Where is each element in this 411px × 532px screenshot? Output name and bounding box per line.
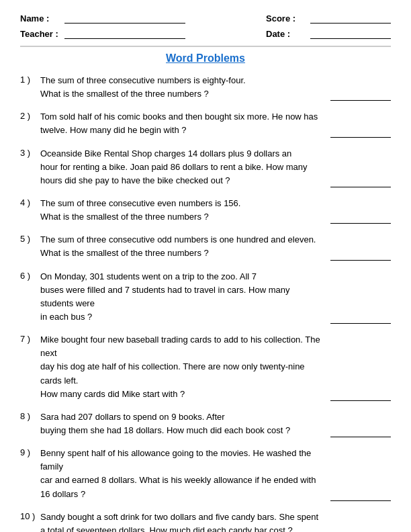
date-row: Date : — [266, 29, 391, 39]
question-text: The sum of three consecutive numbers is … — [40, 74, 324, 101]
teacher-input-line[interactable] — [64, 30, 185, 39]
date-label: Date : — [266, 29, 306, 39]
question-item: 6 )On Monday, 301 students went on a tri… — [20, 270, 391, 324]
question-number: 3 ) — [20, 147, 40, 158]
question-item: 4 )The sum of three consecutive even num… — [20, 197, 391, 224]
name-label: Name : — [20, 13, 60, 24]
score-row: Score : — [266, 13, 391, 24]
answer-line[interactable] — [330, 425, 391, 437]
question-text: Benny spent half of his allowance going … — [40, 447, 324, 501]
question-text: The sum of three consecutive even number… — [40, 197, 324, 224]
score-label: Score : — [266, 13, 306, 24]
header-right: Score : Date : — [266, 13, 391, 39]
question-number: 10 ) — [20, 511, 40, 521]
teacher-label: Teacher : — [20, 29, 60, 39]
worksheet-header: Name : Teacher : Score : Date : — [20, 13, 391, 39]
answer-line[interactable] — [330, 489, 391, 501]
question-item: 9 )Benny spent half of his allowance goi… — [20, 447, 391, 501]
question-text: On Monday, 301 students went on a trip t… — [40, 270, 324, 324]
answer-line[interactable] — [330, 389, 391, 401]
date-input-line[interactable] — [310, 30, 391, 39]
question-number: 6 ) — [20, 270, 40, 281]
question-item: 3 )Oceanside Bike Rental Shop charges 14… — [20, 147, 391, 187]
score-input-line[interactable] — [310, 14, 391, 24]
answer-line[interactable] — [330, 89, 391, 101]
answer-line[interactable] — [330, 525, 391, 532]
answer-line[interactable] — [330, 175, 391, 187]
question-text: Sara had 207 dollars to spend on 9 books… — [40, 410, 324, 437]
answer-line[interactable] — [330, 249, 391, 261]
question-item: 7 )Mike bought four new baseball trading… — [20, 333, 391, 401]
question-text: Mike bought four new baseball trading ca… — [40, 333, 324, 401]
answer-line[interactable] — [330, 126, 391, 138]
answer-line[interactable] — [330, 212, 391, 224]
question-item: 2 )Tom sold half of his comic books and … — [20, 110, 391, 137]
question-number: 9 ) — [20, 447, 40, 457]
header-divider — [20, 46, 391, 47]
question-text: Tom sold half of his comic books and the… — [40, 110, 324, 137]
question-number: 1 ) — [20, 74, 40, 85]
question-number: 5 ) — [20, 233, 40, 244]
questions-list: 1 )The sum of three consecutive numbers … — [20, 74, 391, 532]
header-left: Name : Teacher : — [20, 13, 185, 39]
answer-line[interactable] — [330, 312, 391, 324]
question-text: Sandy bought a soft drink for two dollar… — [40, 511, 324, 532]
question-item: 5 )The sum of three consecutive odd numb… — [20, 233, 391, 260]
question-text: Oceanside Bike Rental Shop charges 14 do… — [40, 147, 324, 187]
question-item: 8 )Sara had 207 dollars to spend on 9 bo… — [20, 410, 391, 437]
teacher-row: Teacher : — [20, 29, 185, 39]
question-number: 4 ) — [20, 197, 40, 208]
question-number: 8 ) — [20, 410, 40, 421]
question-item: 10 )Sandy bought a soft drink for two do… — [20, 511, 391, 532]
question-text: The sum of three consecutive odd numbers… — [40, 233, 324, 260]
question-item: 1 )The sum of three consecutive numbers … — [20, 74, 391, 101]
name-row: Name : — [20, 13, 185, 24]
question-number: 2 ) — [20, 110, 40, 121]
page-title: Word Problems — [20, 52, 391, 64]
name-input-line[interactable] — [64, 14, 185, 24]
question-number: 7 ) — [20, 333, 40, 344]
